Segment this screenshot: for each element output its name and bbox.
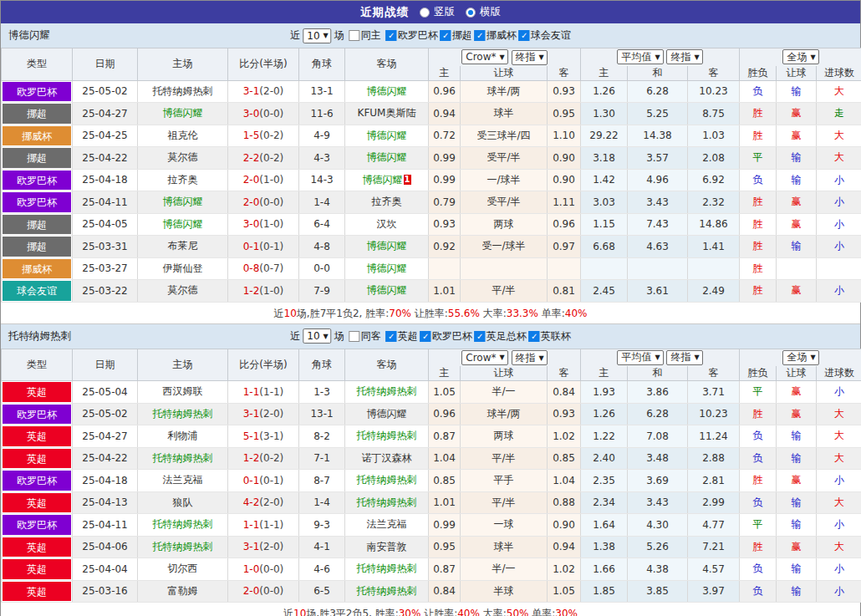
summary-stat-value: 30% — [399, 608, 421, 616]
avg-home-cell: 1.26 — [581, 403, 628, 425]
checkbox-checked-icon[interactable]: ✓ — [529, 331, 540, 342]
league-filter-checkbox[interactable]: ✓英联杯 — [529, 329, 571, 344]
home-team-cell: 莫尔德 — [138, 147, 228, 170]
odds-source-select[interactable]: Crow*▼ — [461, 350, 507, 365]
checkbox-icon[interactable] — [349, 30, 360, 41]
team-link: 博德闪耀 — [367, 262, 407, 274]
corner-cell: 4-1 — [299, 536, 345, 558]
summary-text: 单率: — [538, 308, 565, 319]
away-odds-cell: 0.85 — [548, 447, 581, 470]
layout-radio-vertical[interactable]: 竖版 — [420, 5, 455, 19]
match-date-cell: 25-04-11 — [73, 514, 138, 537]
home-odds-cell: 0.94 — [429, 103, 461, 125]
avg-home-cell: 2.34 — [581, 491, 628, 514]
match-count-select[interactable]: 10▼ — [303, 28, 331, 43]
score-cell: 3-1(2-0) — [228, 536, 299, 558]
home-odds-cell: 0.95 — [429, 536, 461, 558]
avg-away-cell: 10.23 — [688, 80, 740, 103]
avg-source-select[interactable]: 平均值▼ — [617, 350, 663, 365]
team-link: 汉坎 — [377, 218, 397, 230]
radio-icon[interactable] — [466, 8, 476, 18]
home-team-cell: 利物浦 — [138, 425, 228, 448]
result-cell: 胜 — [740, 213, 777, 236]
layout-radio-horizontal[interactable]: 横版 — [466, 5, 501, 19]
away-team-cell: 托特纳姆热刺 — [345, 491, 429, 514]
topbar: 近期战绩 竖版 横版 — [1, 1, 860, 23]
league-filter-checkbox[interactable]: ✓球会友谊 — [519, 28, 571, 43]
handicap-cell: 一球 — [461, 514, 548, 537]
team-link: 莫尔德 — [168, 284, 198, 296]
avg-home-cell: 1.26 — [581, 80, 628, 103]
avg-draw-cell: 7.43 — [628, 213, 688, 236]
avg-stage-select[interactable]: 终指▼ — [666, 350, 702, 365]
league-filter-checkbox[interactable]: ✓挪威杯 — [475, 28, 517, 43]
goals-result-cell: 小 — [817, 213, 861, 236]
avg-stage-value: 终指 — [670, 350, 690, 364]
handicap-cell — [461, 257, 548, 280]
team-link: 博德闪耀 — [367, 85, 407, 97]
away-odds-cell: 0.88 — [548, 491, 581, 514]
team-link: 法兰克福 — [163, 474, 203, 486]
checkbox-icon[interactable] — [349, 331, 360, 342]
goals-result-cell: 小 — [817, 280, 861, 303]
score-cell: 1-1(1-1) — [228, 514, 299, 537]
chevron-down-icon: ▼ — [655, 53, 660, 61]
league-filter-checkbox[interactable]: ✓欧罗巴杯 — [386, 28, 438, 43]
same-venue-checkbox[interactable]: 同客 — [349, 329, 381, 344]
league-filter-checkbox[interactable]: ✓英超 — [386, 329, 418, 344]
avg-away-cell: 2.99 — [688, 491, 740, 514]
avg-home-cell: 1.66 — [581, 558, 628, 581]
handicap-cell: 球半 — [461, 103, 548, 125]
checkbox-checked-icon[interactable]: ✓ — [475, 331, 486, 342]
odds-source-select[interactable]: Crow*▼ — [461, 49, 507, 64]
col-header-score: 比分(半场) — [228, 349, 299, 381]
league-filter-checkbox[interactable]: ✓欧罗巴杯 — [420, 329, 472, 344]
checkbox-checked-icon[interactable]: ✓ — [420, 331, 431, 342]
team-link: 切尔西 — [168, 563, 198, 574]
avg-home-cell: 1.85 — [581, 580, 628, 603]
match-count-select[interactable]: 10▼ — [303, 328, 331, 344]
col-header-type: 类型 — [2, 48, 73, 81]
home-team-cell: 狼队 — [138, 491, 228, 514]
col-header-away: 客场 — [345, 349, 429, 381]
same-venue-checkbox[interactable]: 同主 — [349, 28, 381, 43]
col-header-avg-draw: 和 — [628, 366, 688, 381]
odds-stage-select[interactable]: 终指▼ — [512, 50, 548, 65]
avg-home-cell: 2.40 — [581, 447, 628, 470]
avg-stage-select[interactable]: 终指▼ — [666, 49, 702, 64]
handicap-cell: 平/半 — [461, 447, 548, 470]
league-type-cell: 挪威杯 — [2, 125, 73, 147]
avg-away-cell: 6.92 — [688, 169, 740, 191]
league-filter-checkbox[interactable]: ✓挪超 — [441, 28, 472, 43]
league-type-cell: 欧罗巴杯 — [2, 403, 73, 425]
avg-source-select[interactable]: 平均值▼ — [617, 49, 663, 64]
results-table: 类型 日期 主场 比分(半场) 角球 客场 Crow*▼ 终指▼ 平均值▼ 终指… — [1, 349, 861, 603]
match-date-cell: 25-04-13 — [73, 491, 138, 514]
team-link: 博德闪耀 — [367, 284, 407, 296]
match-row: 欧罗巴杯25-05-02托特纳姆热刺3-1(2-0)13-1博德闪耀0.96球半… — [2, 80, 861, 103]
score-cell: 1-2(1-0) — [228, 280, 299, 303]
odds-stage-select[interactable]: 终指▼ — [512, 350, 548, 365]
radio-icon[interactable] — [420, 8, 430, 18]
home-team-cell: 托特纳姆热刺 — [138, 447, 228, 470]
avg-away-cell: 2.08 — [688, 147, 740, 170]
checkbox-checked-icon[interactable]: ✓ — [441, 30, 451, 41]
home-odds-cell: 0.93 — [429, 213, 461, 236]
avg-away-cell — [688, 257, 740, 280]
scope-select[interactable]: 全场▼ — [782, 49, 818, 64]
checkbox-checked-icon[interactable]: ✓ — [519, 30, 530, 41]
league-filter-checkbox[interactable]: ✓英足总杯 — [475, 329, 527, 344]
checkbox-checked-icon[interactable]: ✓ — [386, 30, 397, 41]
team-link: 富勒姆 — [168, 585, 198, 597]
result-cell: 负 — [740, 580, 777, 603]
avg-draw-cell: 3.48 — [628, 447, 688, 470]
avg-home-cell: 6.68 — [581, 236, 628, 258]
scope-select[interactable]: 全场▼ — [782, 350, 818, 365]
checkbox-checked-icon[interactable]: ✓ — [386, 331, 397, 342]
away-team-cell: 南安普敦 — [345, 536, 429, 558]
team-link: 托特纳姆热刺 — [357, 385, 417, 397]
goals-result-cell: 小 — [817, 191, 861, 214]
avg-draw-cell: 4.38 — [628, 558, 688, 581]
checkbox-checked-icon[interactable]: ✓ — [475, 30, 486, 41]
chevron-down-icon: ▼ — [694, 354, 699, 361]
